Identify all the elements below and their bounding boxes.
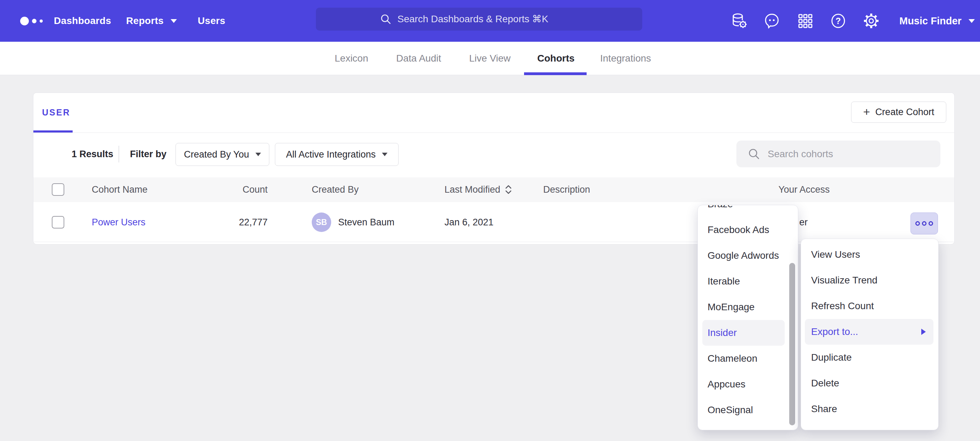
avatar: SB (312, 213, 331, 232)
row-actions-context-menu: View Users Visualize Trend Refresh Count… (801, 238, 939, 430)
table-row: Power Users 22,777 SB Steven Baum Jan 6,… (33, 202, 954, 242)
row-more-actions-button[interactable] (910, 213, 938, 235)
tab-live-view[interactable]: Live View (469, 42, 511, 75)
menu-item-refresh-count[interactable]: Refresh Count (801, 293, 938, 319)
created-by-name: Steven Baum (338, 217, 395, 228)
menu-item-chameleon[interactable]: Chameleon (698, 346, 798, 371)
divider (33, 133, 954, 133)
chevron-down-icon (382, 153, 388, 156)
column-header-last-modified[interactable]: Last Modified (444, 184, 512, 195)
project-name: Music Finder (899, 15, 962, 27)
search-icon (380, 14, 391, 25)
active-tab-indicator (524, 72, 587, 75)
nav-item-dashboards[interactable]: Dashboards (54, 15, 111, 26)
project-switcher[interactable]: Music Finder (899, 0, 975, 42)
your-access-value-partial: er (799, 217, 808, 228)
menu-item-view-users[interactable]: View Users (801, 242, 938, 267)
scrollbar-thumb[interactable] (789, 263, 795, 425)
table-header-row: Cohort Name Count Created By Last Modifi… (33, 177, 954, 202)
menu-item-visualize-trend[interactable]: Visualize Trend (801, 267, 938, 293)
menu-item-duplicate[interactable]: Duplicate (801, 345, 938, 371)
results-count: 1 Results (72, 149, 113, 160)
logo-dot-medium (32, 19, 37, 23)
dot-icon (922, 221, 926, 226)
select-all-checkbox[interactable] (52, 183, 64, 196)
column-header-count[interactable]: Count (207, 184, 267, 195)
chevron-down-icon (255, 153, 261, 156)
apps-grid-icon[interactable] (796, 12, 814, 30)
divider (118, 146, 119, 162)
menu-item-onesignal[interactable]: OneSignal (698, 397, 798, 423)
menu-item-google-adwords[interactable]: Google Adwords (698, 243, 798, 268)
cohort-search-input[interactable] (768, 149, 940, 160)
dot-icon (915, 221, 920, 226)
integrations-filter-dropdown[interactable]: All Active Integrations (275, 143, 399, 166)
cohort-name-link[interactable]: Power Users (92, 217, 146, 228)
data-management-icon[interactable] (730, 12, 748, 30)
global-search-input[interactable] (398, 14, 578, 25)
last-modified-date: Jan 6, 2021 (444, 217, 493, 228)
cohort-count: 22,777 (198, 217, 267, 228)
tab-integrations[interactable]: Integrations (600, 42, 651, 75)
menu-item-braze[interactable]: Braze (698, 205, 798, 217)
submenu-arrow-icon (921, 329, 926, 335)
column-header-cohort-name[interactable]: Cohort Name (92, 184, 148, 195)
menu-item-facebook-ads[interactable]: Facebook Ads (698, 217, 798, 243)
row-checkbox[interactable] (52, 216, 64, 228)
nav-item-users[interactable]: Users (198, 15, 225, 26)
menu-item-appcues[interactable]: Appcues (698, 371, 798, 397)
menu-item-share[interactable]: Share (801, 396, 938, 422)
tab-data-audit[interactable]: Data Audit (396, 42, 441, 75)
logo[interactable] (20, 0, 43, 42)
nav-item-reports[interactable]: Reports (126, 0, 177, 42)
tab-lexicon[interactable]: Lexicon (335, 42, 368, 75)
column-header-description[interactable]: Description (543, 184, 590, 195)
menu-item-insider[interactable]: Insider (702, 320, 785, 346)
dot-icon (929, 221, 933, 226)
global-search[interactable] (316, 8, 642, 30)
menu-item-delete[interactable]: Delete (801, 371, 938, 396)
help-icon[interactable]: ? (829, 12, 847, 30)
tab-user-cohorts[interactable]: USER (42, 107, 70, 118)
create-cohort-button[interactable]: + Create Cohort (851, 102, 946, 123)
svg-text:?: ? (835, 16, 841, 26)
feedback-bubble-icon[interactable] (763, 12, 781, 30)
sort-icon (504, 184, 512, 195)
column-header-your-access[interactable]: Your Access (778, 184, 830, 195)
cohort-search[interactable] (737, 141, 940, 167)
top-navbar: Dashboards Reports Users (0, 0, 980, 42)
created-by-filter-dropdown[interactable]: Created By You (175, 143, 269, 166)
menu-item-moengage[interactable]: MoEngage (698, 294, 798, 320)
menu-item-export-to[interactable]: Export to... (805, 319, 934, 345)
export-destination-list: Braze Facebook Ads Google Adwords Iterab… (698, 205, 798, 423)
export-destination-submenu: Braze Facebook Ads Google Adwords Iterab… (697, 205, 798, 430)
search-icon (748, 148, 760, 160)
row-actions-list: View Users Visualize Trend Refresh Count… (801, 239, 938, 422)
tab-cohorts[interactable]: Cohorts (537, 42, 574, 75)
plus-icon: + (863, 106, 870, 118)
secondary-nav: Lexicon Data Audit Live View Cohorts Int… (0, 42, 980, 75)
logo-dot-small (40, 19, 43, 22)
menu-item-iterable[interactable]: Iterable (698, 268, 798, 294)
filter-by-label: Filter by (130, 149, 167, 160)
chevron-down-icon (171, 19, 177, 23)
column-header-created-by[interactable]: Created By (312, 184, 359, 195)
chevron-down-icon (969, 19, 975, 23)
settings-gear-icon[interactable] (862, 12, 880, 30)
app-window: Dashboards Reports Users (0, 0, 980, 441)
cohorts-card: USER + Create Cohort 1 Results Filter by… (33, 93, 955, 244)
logo-dot-large (20, 17, 29, 26)
